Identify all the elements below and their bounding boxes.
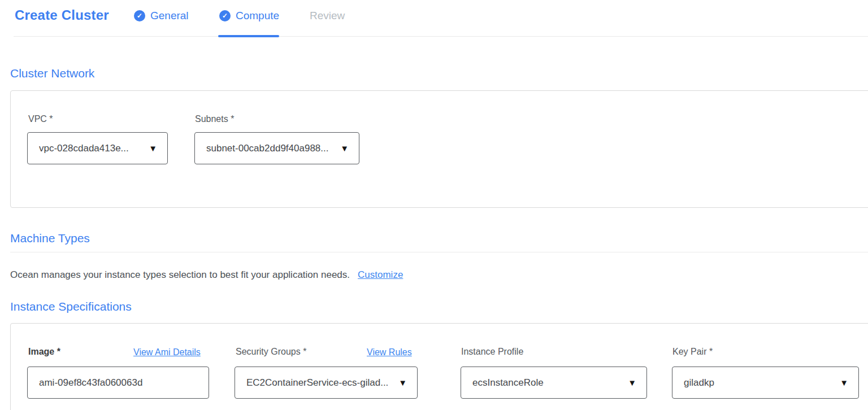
machine-types-heading: Machine Types <box>10 232 90 245</box>
create-cluster-screen: Create Cluster ✓ General ✓ Compute Revie… <box>0 0 868 410</box>
security-groups-label: Security Groups * <box>236 347 306 357</box>
view-ami-details-link[interactable]: View Ami Details <box>133 347 201 357</box>
customize-link[interactable]: Customize <box>358 269 403 280</box>
machine-types-divider <box>10 252 868 252</box>
chevron-down-icon: ▼ <box>622 378 636 387</box>
tab-general[interactable]: ✓ General <box>134 10 189 22</box>
tab-general-label: General <box>150 10 189 22</box>
tab-review-label: Review <box>310 10 345 22</box>
instance-profile-selected-value: ecsInstanceRole <box>472 377 544 389</box>
chevron-down-icon: ▼ <box>143 144 157 152</box>
vpc-selected-value: vpc-028cdada413e... <box>39 143 129 154</box>
chevron-down-icon: ▼ <box>335 144 349 152</box>
machine-types-description-text: Ocean manages your instance types select… <box>10 269 350 280</box>
key-pair-selected-value: giladkp <box>684 377 714 389</box>
instance-profile-dropdown[interactable]: ecsInstanceRole ▼ <box>461 367 647 399</box>
tab-compute[interactable]: ✓ Compute <box>219 10 279 22</box>
security-groups-dropdown[interactable]: EC2ContainerService-ecs-gilad... ▼ <box>235 367 418 399</box>
header-divider <box>14 36 868 37</box>
vpc-label: VPC * <box>28 114 53 124</box>
key-pair-dropdown[interactable]: giladkp ▼ <box>672 367 859 399</box>
tab-review[interactable]: Review <box>310 10 345 22</box>
subnets-dropdown[interactable]: subnet-00cab2dd9f40a988... ▼ <box>194 132 359 164</box>
vpc-dropdown[interactable]: vpc-028cdada413e... ▼ <box>27 132 168 164</box>
machine-types-description: Ocean manages your instance types select… <box>10 269 403 281</box>
chevron-down-icon: ▼ <box>834 378 848 387</box>
image-input[interactable] <box>27 367 209 399</box>
active-tab-underline <box>218 35 279 37</box>
instance-profile-label: Instance Profile <box>461 347 523 357</box>
image-label: Image * <box>28 347 60 357</box>
page-title: Create Cluster <box>15 7 109 23</box>
view-rules-link[interactable]: View Rules <box>367 347 412 357</box>
chevron-down-icon: ▼ <box>393 378 407 387</box>
cluster-network-heading: Cluster Network <box>10 67 94 80</box>
check-circle-icon: ✓ <box>219 10 231 21</box>
subnets-label: Subnets * <box>195 114 234 124</box>
key-pair-label: Key Pair * <box>672 347 713 357</box>
subnets-selected-value: subnet-00cab2dd9f40a988... <box>206 143 328 154</box>
security-groups-selected-value: EC2ContainerService-ecs-gilad... <box>246 377 388 389</box>
check-circle-icon: ✓ <box>134 10 145 21</box>
instance-specifications-heading: Instance Specifications <box>10 300 132 313</box>
tab-compute-label: Compute <box>236 10 279 22</box>
